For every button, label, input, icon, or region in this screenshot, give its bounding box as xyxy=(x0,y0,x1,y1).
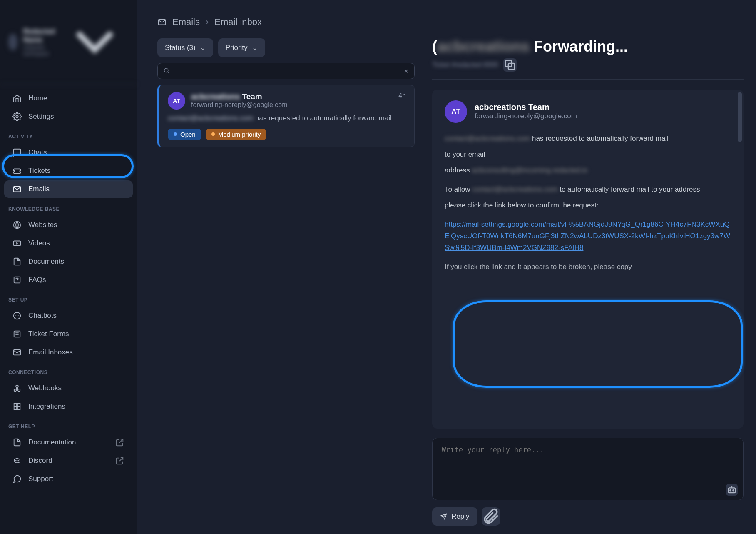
external-link-icon xyxy=(115,456,124,465)
email-preview: contact@acbcreations.com has requested t… xyxy=(168,113,406,124)
breadcrumb-leaf: Email inbox xyxy=(214,17,262,27)
webhook-icon xyxy=(12,384,22,393)
sidebar-item-label: Ticket Forms xyxy=(28,330,69,338)
scrollbar[interactable] xyxy=(738,92,742,142)
avatar: AT xyxy=(168,92,185,110)
sidebar-item-label: Videos xyxy=(28,239,50,247)
user-subtext: redacted workspace xyxy=(23,44,55,57)
close-icon[interactable]: ✕ xyxy=(404,68,409,75)
sidebar-item-documentation[interactable]: Documentation xyxy=(4,434,133,451)
svg-rect-21 xyxy=(17,407,20,409)
external-link-icon xyxy=(115,438,124,447)
section-heading: CONNECTIONS xyxy=(0,362,137,379)
sidebar-item-email-inboxes[interactable]: Email Inboxes xyxy=(4,344,133,361)
copy-button[interactable] xyxy=(503,58,517,72)
chevron-down-icon: ⌄ xyxy=(200,43,206,52)
svg-point-10 xyxy=(18,315,19,316)
sidebar-item-videos[interactable]: Videos xyxy=(4,235,133,252)
search-input[interactable] xyxy=(157,63,415,79)
reply-area: Reply xyxy=(432,438,744,526)
ticket-icon xyxy=(12,166,22,175)
doc-icon xyxy=(12,257,22,266)
priority-filter[interactable]: Priority ⌄ xyxy=(218,38,265,57)
svg-rect-20 xyxy=(14,407,17,409)
sidebar-item-label: Emails xyxy=(28,185,50,193)
svg-rect-18 xyxy=(14,403,17,406)
filter-bar: Status (3) ⌄ Priority ⌄ xyxy=(157,38,415,57)
faq-icon xyxy=(12,275,22,284)
mail-icon xyxy=(12,185,22,194)
svg-line-26 xyxy=(168,72,169,73)
search-icon xyxy=(163,67,170,75)
sidebar-item-label: Settings xyxy=(28,112,54,121)
ai-assist-button[interactable] xyxy=(726,484,738,496)
gear-icon xyxy=(12,112,22,121)
email-list-item[interactable]: AT acbcreations Team forwarding-noreply@… xyxy=(157,85,415,147)
discord-icon xyxy=(12,456,22,465)
email-from: forwarding-noreply@google.com xyxy=(191,101,393,109)
support-icon xyxy=(12,474,22,484)
breadcrumb: Emails › Email inbox xyxy=(137,0,756,38)
chat-icon xyxy=(12,148,22,157)
user-block[interactable]: Redacted Name redacted workspace xyxy=(0,0,137,85)
sidebar: Redacted Name redacted workspace HomeSet… xyxy=(0,0,137,534)
svg-point-25 xyxy=(164,68,168,72)
breadcrumb-root[interactable]: Emails xyxy=(172,17,200,27)
sidebar-item-support[interactable]: Support xyxy=(4,470,133,488)
reply-button[interactable]: Reply xyxy=(432,507,477,526)
svg-point-30 xyxy=(730,490,731,491)
sidebar-item-tickets[interactable]: Tickets xyxy=(4,162,133,180)
sidebar-item-label: FAQs xyxy=(28,276,46,284)
nav: HomeSettingsACTIVITYChatsTicketsEmailsKN… xyxy=(0,85,137,534)
sidebar-item-integrations[interactable]: Integrations xyxy=(4,398,133,415)
ticket-id: Ticket #redacted-0000 xyxy=(432,61,498,69)
svg-point-17 xyxy=(16,385,18,387)
svg-rect-19 xyxy=(17,403,20,406)
reply-input[interactable] xyxy=(432,438,744,500)
sidebar-item-websites[interactable]: Websites xyxy=(4,216,133,234)
main: Emails › Email inbox Status (3) ⌄ Priori… xyxy=(137,0,756,534)
sidebar-item-label: Tickets xyxy=(28,167,50,175)
email-detail-column: (acbcreations Forwarding... Ticket #reda… xyxy=(420,38,756,534)
inbox-icon xyxy=(12,348,22,357)
sidebar-item-label: Webhooks xyxy=(28,384,62,392)
sidebar-item-settings[interactable]: Settings xyxy=(4,108,133,125)
sidebar-item-emails[interactable]: Emails xyxy=(4,180,133,198)
chevron-down-icon xyxy=(61,7,129,77)
video-icon xyxy=(12,239,22,248)
sidebar-item-discord[interactable]: Discord xyxy=(4,452,133,469)
sidebar-item-webhooks[interactable]: Webhooks xyxy=(4,379,133,397)
form-icon xyxy=(12,329,22,339)
attach-button[interactable] xyxy=(482,507,500,526)
sidebar-item-label: Home xyxy=(28,94,47,102)
sidebar-item-label: Discord xyxy=(28,457,52,465)
globe-icon xyxy=(12,220,22,230)
integrations-icon xyxy=(12,402,22,411)
status-badge: Open xyxy=(168,129,201,140)
sidebar-item-documents[interactable]: Documents xyxy=(4,253,133,270)
email-title: acbcreations Team xyxy=(191,92,393,101)
home-icon xyxy=(12,94,22,103)
svg-point-31 xyxy=(733,490,734,491)
sender-name: acbcreations Team xyxy=(475,102,577,112)
sidebar-item-chats[interactable]: Chats xyxy=(4,144,133,161)
svg-point-0 xyxy=(16,115,18,118)
sidebar-item-label: Documents xyxy=(28,257,64,266)
sidebar-item-chatbots[interactable]: Chatbots xyxy=(4,307,133,324)
sidebar-item-home[interactable]: Home xyxy=(4,90,133,107)
sidebar-item-faqs[interactable]: FAQs xyxy=(4,271,133,289)
sidebar-item-label: Chatbots xyxy=(28,312,57,320)
confirmation-link[interactable]: https://mail-settings.google.com/mail/vf… xyxy=(445,220,730,252)
priority-badge: Medium priority xyxy=(206,129,267,140)
email-list-column: Status (3) ⌄ Priority ⌄ ✕ AT acbcreation… xyxy=(145,38,420,534)
sidebar-item-ticket-forms[interactable]: Ticket Forms xyxy=(4,325,133,343)
svg-point-23 xyxy=(17,460,19,461)
detail-title: (acbcreations Forwarding... xyxy=(432,38,744,55)
status-filter[interactable]: Status (3) ⌄ xyxy=(157,38,213,57)
message-body: contact@acbcreations.com has requested t… xyxy=(445,133,731,273)
user-name: Redacted Name xyxy=(23,27,55,44)
sidebar-item-label: Email Inboxes xyxy=(28,348,73,357)
sender-email: forwarding-noreply@google.com xyxy=(475,112,577,120)
sidebar-item-label: Support xyxy=(28,475,53,483)
chevron-right-icon: › xyxy=(206,17,209,27)
